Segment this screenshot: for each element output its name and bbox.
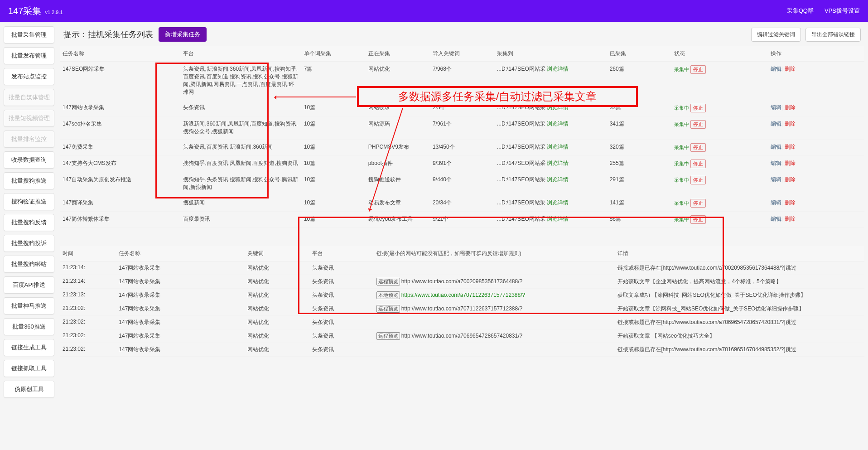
log-task: 147网站收录采集 (116, 343, 245, 357)
stop-button[interactable]: 停止 (690, 65, 706, 74)
log-keyword: 网站优化 (245, 316, 309, 329)
link-qq-group[interactable]: 采集QQ群 (787, 7, 814, 15)
log-time: 21:23:14: (60, 275, 116, 289)
log-link: 远程预览http://www.toutiao.com/a700209853561… (374, 275, 615, 289)
browse-detail-link[interactable]: 浏览详情 (547, 216, 569, 222)
delete-link[interactable]: 删除 (785, 160, 796, 166)
task-done: 141篇 (607, 195, 671, 212)
log-link: 远程预览http://www.toutiao.com/a707112263715… (374, 302, 615, 316)
task-keywords: 7/961个 (430, 116, 494, 140)
stop-button[interactable]: 停止 (690, 120, 706, 129)
delete-link[interactable]: 删除 (785, 199, 796, 206)
remote-preview-badge[interactable]: 远程预览 (376, 332, 400, 340)
delete-link[interactable]: 删除 (785, 121, 796, 127)
browse-detail-link[interactable]: 浏览详情 (547, 199, 569, 206)
local-preview-badge[interactable]: 本地预览 (376, 291, 400, 299)
sidebar-item-9[interactable]: 批量搜狗反馈 (4, 214, 54, 231)
export-errors-button[interactable]: 导出全部错误链接 (805, 28, 861, 42)
log-row: 21:23:13:147网站收录采集网站优化头条资讯本地预览https://ww… (60, 289, 864, 302)
log-keyword: 网站优化 (245, 261, 309, 275)
main-area: 提示：挂机采集任务列表 新增采集任务 编辑过滤关键词 导出全部错误链接 任务名称… (58, 22, 868, 450)
task-name: 147简体转繁体采集 (60, 212, 180, 228)
browse-detail-link[interactable]: 浏览详情 (547, 144, 569, 150)
stop-button[interactable]: 停止 (690, 199, 706, 208)
remote-preview-badge[interactable]: 远程预览 (376, 278, 400, 285)
sidebar-item-11[interactable]: 批量搜狗绑站 (4, 256, 54, 273)
sidebar-item-13[interactable]: 批量神马推送 (4, 297, 54, 315)
delete-link[interactable]: 删除 (785, 176, 796, 183)
sidebar-item-8[interactable]: 搜狗验证推送 (4, 193, 54, 210)
stop-button[interactable]: 停止 (690, 104, 706, 112)
sidebar-item-2[interactable]: 发布站点监控 (4, 68, 54, 85)
edit-link[interactable]: 编辑 (771, 160, 781, 166)
task-panel-header: 提示：挂机采集任务列表 新增采集任务 编辑过滤关键词 导出全部错误链接 (60, 22, 864, 46)
sidebar-item-17[interactable]: 伪原创工具 (4, 381, 54, 398)
new-task-button[interactable]: 新增采集任务 (159, 27, 207, 42)
edit-link[interactable]: 编辑 (771, 104, 781, 111)
tasks-table: 任务名称平台单个词采集正在采集导入关键词采集到已采集状态操作 147SEO网站采… (60, 46, 864, 228)
log-link: 远程预览http://www.toutiao.com/a706965472865… (374, 329, 615, 343)
log-link (374, 316, 615, 329)
task-platform: 头条资讯,新浪新闻,360新闻,凤凰新闻,搜狗知乎,百度资讯,百度知道,搜狗资讯… (180, 62, 301, 100)
browse-detail-link[interactable]: 浏览详情 (547, 66, 569, 72)
link-vps-dial[interactable]: VPS拨号设置 (825, 7, 860, 15)
task-dest: ...D:\147SEO网站采 浏览详情 (494, 156, 607, 172)
edit-link[interactable]: 编辑 (771, 66, 781, 72)
tasks-col-header: 状态 (671, 46, 768, 62)
task-status: 采集中 停止 (671, 172, 768, 195)
delete-link[interactable]: 删除 (785, 216, 796, 222)
sidebar-item-3: 批量自媒体管理 (4, 89, 54, 106)
remote-preview-badge[interactable]: 远程预览 (376, 305, 400, 313)
log-detail: 链接或标题已存在[http://www.toutiao.com/a7069654… (615, 316, 864, 329)
edit-link[interactable]: 编辑 (771, 216, 781, 222)
task-ops: 编辑|删除 (768, 212, 864, 228)
browse-detail-link[interactable]: 浏览详情 (547, 160, 569, 166)
stop-button[interactable]: 停止 (690, 143, 706, 152)
tasks-col-header: 操作 (768, 46, 864, 62)
task-ops: 编辑|删除 (768, 195, 864, 212)
edit-link[interactable]: 编辑 (771, 199, 781, 206)
tasks-col-header: 导入关键词 (430, 46, 494, 62)
log-url[interactable]: http://www.toutiao.com/a7071122637157712… (401, 305, 523, 312)
stop-button[interactable]: 停止 (690, 176, 706, 184)
log-url[interactable]: http://www.toutiao.com/a7069654728657420… (401, 333, 523, 339)
log-row: 21:23:02:147网站收录采集网站优化头条资讯远程预览http://www… (60, 302, 864, 316)
log-platform: 头条资讯 (309, 275, 374, 289)
task-dest: ...D:\147SEO网站采 浏览详情 (494, 140, 607, 156)
task-keywords: 13/450个 (430, 140, 494, 156)
tasks-col-header: 单个词采集 (301, 46, 366, 62)
edit-link[interactable]: 编辑 (771, 121, 781, 127)
delete-link[interactable]: 删除 (785, 104, 796, 111)
delete-link[interactable]: 删除 (785, 66, 796, 72)
sidebar-item-16[interactable]: 链接抓取工具 (4, 360, 54, 377)
edit-link[interactable]: 编辑 (771, 144, 781, 150)
sidebar-item-7[interactable]: 批量搜狗推送 (4, 172, 54, 189)
task-per-word: 10篇 (301, 100, 366, 116)
edit-filter-button[interactable]: 编辑过滤关键词 (751, 28, 801, 42)
sidebar-item-10[interactable]: 批量搜狗投诉 (4, 235, 54, 252)
task-dest: ...D:\147SEO网站采 浏览详情 (494, 172, 607, 195)
log-url[interactable]: https://www.toutiao.com/a707112263715771… (401, 292, 526, 298)
log-col-header: 链接(最小的网站可能没有匹配，如需要可群内反馈增加规则) (374, 246, 615, 261)
task-per-word: 10篇 (301, 156, 366, 172)
stop-button[interactable]: 停止 (690, 160, 706, 168)
sidebar-item-0[interactable]: 批量采集管理 (4, 26, 54, 44)
sidebar-item-15[interactable]: 链接生成工具 (4, 339, 54, 356)
task-status: 采集中 停止 (671, 62, 768, 100)
task-ops: 编辑|删除 (768, 140, 864, 156)
sidebar-item-12[interactable]: 百度API推送 (4, 276, 54, 294)
task-row: 147自动采集为原创发布推送搜狗知乎,头条资讯,搜狐新闻,搜狗公众号,腾讯新闻,… (60, 172, 864, 195)
edit-link[interactable]: 编辑 (771, 176, 781, 183)
delete-link[interactable]: 删除 (785, 144, 796, 150)
log-url[interactable]: http://www.toutiao.com/a7002098535617364… (401, 278, 523, 285)
browse-detail-link[interactable]: 浏览详情 (547, 176, 569, 183)
log-keyword: 网站优化 (245, 275, 309, 289)
browse-detail-link[interactable]: 浏览详情 (547, 121, 569, 127)
tasks-col-header: 已采集 (607, 46, 671, 62)
sidebar-item-14[interactable]: 批量360推送 (4, 318, 54, 335)
task-current: 易优eyou发布工具 (366, 212, 430, 228)
task-per-word: 10篇 (301, 172, 366, 195)
stop-button[interactable]: 停止 (690, 215, 706, 224)
sidebar-item-6[interactable]: 收录数据查询 (4, 151, 54, 169)
sidebar-item-1[interactable]: 批量发布管理 (4, 47, 54, 64)
